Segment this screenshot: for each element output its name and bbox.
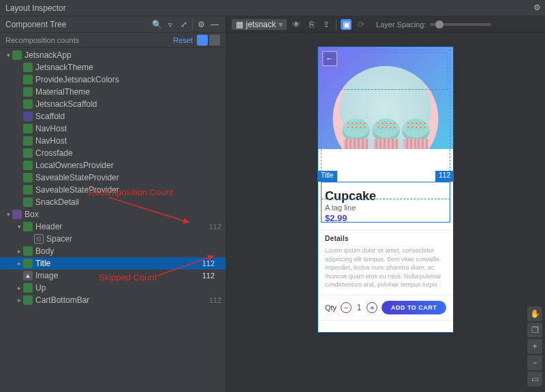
tree-row[interactable]: ▸Title112 [0, 257, 225, 270]
mode-2d-icon[interactable]: ▣ [341, 19, 352, 30]
cart-bottom-bar: Qty − 1 + ADD TO CART [318, 295, 453, 320]
chevron-icon[interactable]: ▸ [15, 284, 23, 291]
chevron-icon[interactable]: ▸ [15, 297, 23, 304]
spacer-icon: ⊟ [34, 234, 44, 244]
product-image [333, 66, 439, 149]
tree-row[interactable]: NavHost [0, 122, 225, 135]
pan-icon[interactable]: ✋ [527, 306, 542, 321]
node-label: NavHost [35, 124, 221, 133]
eye-icon[interactable]: 👁 [291, 19, 302, 30]
preview-canvas[interactable]: ← Title 112 Cupcake A tag line [226, 33, 545, 392]
tree-row[interactable]: SnackDetail [0, 196, 225, 208]
panel-header: Layout Inspector ⚙ [0, 0, 545, 16]
filter-icon[interactable]: ▿ [165, 19, 176, 30]
tree-row[interactable]: SaveableStateProvider [0, 184, 225, 196]
qty-increment[interactable]: + [367, 302, 377, 313]
refresh-icon[interactable]: ⟳ [356, 19, 367, 30]
compose-icon [23, 222, 33, 231]
compose-icon [23, 75, 33, 84]
qty-decrement[interactable]: − [341, 302, 352, 313]
compose-icon [23, 259, 33, 268]
tree-row[interactable]: ProvideJetsnackColors [0, 74, 225, 86]
node-label: SnackDetail [35, 197, 221, 207]
recomposition-header: Recomposition counts Reset [0, 33, 225, 48]
expand-icon[interactable]: ⤢ [178, 19, 189, 30]
node-label: Up [35, 283, 221, 293]
node-label: Scaffold [35, 112, 221, 121]
qty-label: Qty [325, 304, 337, 312]
node-label: JetsnackScaffold [35, 99, 221, 109]
chevron-icon[interactable]: ▾ [4, 52, 12, 59]
tree-row[interactable]: ▲Image112 [0, 270, 225, 282]
node-label: MaterialTheme [35, 87, 221, 97]
minimize-icon[interactable]: — [209, 19, 220, 30]
tree-row[interactable]: ▸CartBottomBar112 [0, 294, 225, 306]
search-icon[interactable]: 🔍 [151, 19, 162, 30]
node-label: Body [35, 246, 221, 256]
details-text: Lorem ipsum dolor sit amet, consectetur … [318, 246, 453, 295]
layer-spacing-slider[interactable] [430, 23, 491, 26]
tree-row[interactable]: LocalOwnersProvider [0, 159, 225, 172]
skipped-count-icon [209, 35, 220, 46]
compose-icon [23, 295, 33, 305]
compose-icon [23, 148, 33, 158]
layers-icon[interactable]: ❐ [527, 323, 542, 338]
zoom-in-icon[interactable]: + [527, 339, 542, 354]
tree-row[interactable]: ⊟Spacer [0, 233, 225, 245]
node-label: Title [35, 259, 187, 268]
tree-row[interactable]: ▾Header112 [0, 220, 225, 233]
app-selector[interactable]: ▦jetsnack▾ [232, 19, 287, 30]
fit-icon[interactable]: ▭ [527, 372, 542, 387]
canvas-tools: ✋ ❐ + − ▭ [527, 306, 542, 387]
chevron-icon[interactable]: ▾ [4, 211, 12, 218]
gear-icon[interactable]: ⚙ [196, 19, 206, 30]
tree-row[interactable]: ▸Up [0, 282, 225, 294]
panel-title: Layout Inspector [5, 3, 66, 13]
img-icon: ▲ [23, 271, 33, 280]
node-label: ProvideJetsnackColors [35, 75, 221, 84]
node-label: Spacer [46, 234, 221, 244]
tree-header: Component Tree 🔍 ▿ ⤢ ⚙ — [0, 16, 225, 33]
settings-gear-icon[interactable]: ⚙ [533, 3, 541, 12]
tree-row[interactable]: MaterialTheme [0, 86, 225, 98]
tree-row[interactable]: Scaffold [0, 110, 225, 122]
reset-link[interactable]: Reset [173, 36, 193, 44]
tree-row[interactable]: Crossfade [0, 147, 225, 159]
tree-row[interactable]: ▾JetsnackApp [0, 49, 225, 61]
recomposition-label: Recomposition counts [5, 36, 79, 44]
tree-row[interactable]: ▾Box [0, 208, 225, 220]
android-icon: ▦ [236, 20, 243, 29]
tree-row[interactable]: NavHost [0, 135, 225, 147]
node-label: JetsnackTheme [35, 63, 221, 72]
compose-icon [23, 87, 33, 97]
tree-row[interactable]: SaveableStateProvider [0, 172, 225, 184]
zoom-out-icon[interactable]: − [527, 355, 542, 370]
capture-icon[interactable]: ⎘ [306, 19, 317, 30]
recomp-count: 112 [202, 272, 215, 280]
compose-icon [23, 136, 33, 146]
tree-row[interactable]: ▸Body [0, 245, 225, 257]
scaffold-icon [23, 112, 33, 121]
hero-section: ← [318, 47, 453, 149]
node-label: Header [35, 222, 187, 231]
node-label: NavHost [35, 136, 221, 146]
recomp-count: 112 [202, 259, 215, 267]
export-icon[interactable]: ⇪ [321, 19, 332, 30]
back-button[interactable]: ← [322, 51, 337, 66]
product-tagline: A tag line [325, 203, 446, 212]
compose-icon [23, 161, 33, 170]
chevron-icon[interactable]: ▾ [15, 223, 23, 230]
add-to-cart-button[interactable]: ADD TO CART [382, 301, 446, 314]
chevron-icon[interactable]: ▸ [15, 260, 23, 267]
box-icon [12, 210, 22, 219]
preview-panel: ▦jetsnack▾ 👁 ⎘ ⇪ ▣ ⟳ Layer Spacing: ← [226, 16, 545, 392]
component-tree[interactable]: ▾JetsnackAppJetsnackThemeProvideJetsnack… [0, 48, 225, 392]
compose-icon [23, 246, 33, 256]
compose-icon [23, 185, 33, 195]
tree-row[interactable]: JetsnackTheme [0, 61, 225, 74]
node-label: SaveableStateProvider [35, 173, 221, 182]
product-title: Cupcake [325, 189, 446, 203]
preview-toolbar: ▦jetsnack▾ 👁 ⎘ ⇪ ▣ ⟳ Layer Spacing: [226, 16, 545, 33]
tree-row[interactable]: JetsnackScaffold [0, 98, 225, 110]
chevron-icon[interactable]: ▸ [15, 248, 23, 255]
